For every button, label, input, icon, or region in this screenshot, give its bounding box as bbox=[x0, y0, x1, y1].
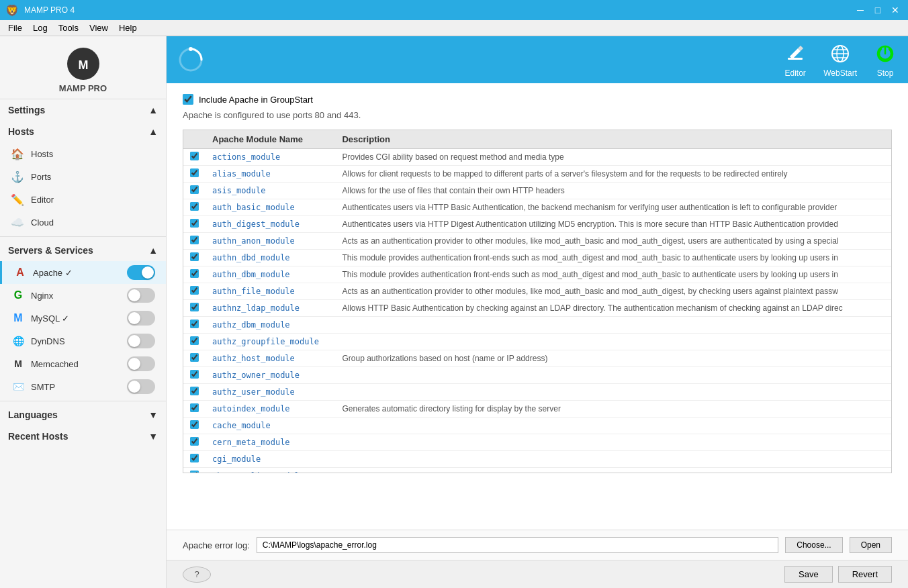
sidebar-recent-hosts-section[interactable]: Recent Hosts ▼ bbox=[0, 426, 166, 447]
error-log-input[interactable] bbox=[257, 537, 779, 553]
pen-icon bbox=[786, 44, 805, 63]
memcached-toggle[interactable] bbox=[127, 356, 155, 371]
minimize-button[interactable]: ─ bbox=[853, 3, 868, 17]
stop-toolbar-label: Stop bbox=[877, 68, 894, 78]
module-name-cell: authn_anon_module bbox=[206, 233, 335, 250]
sidebar-item-apache[interactable]: A Apache ✓ bbox=[0, 261, 166, 284]
webstart-button[interactable]: WebStart bbox=[823, 42, 857, 78]
module-checkbox[interactable] bbox=[190, 387, 199, 395]
sidebar-logo: M MAMP PRO bbox=[0, 36, 166, 99]
sidebar-languages-section[interactable]: Languages ▼ bbox=[0, 404, 166, 426]
module-checkbox[interactable] bbox=[190, 219, 199, 228]
maximize-button[interactable]: □ bbox=[870, 3, 885, 17]
dyndns-toggle[interactable] bbox=[127, 334, 155, 348]
sidebar-item-ports[interactable]: ⚓ Ports bbox=[0, 165, 166, 188]
module-checkbox[interactable] bbox=[190, 353, 199, 362]
smtp-toggle[interactable] bbox=[127, 379, 155, 394]
sidebar-item-cloud[interactable]: ☁️ Cloud bbox=[0, 211, 166, 234]
module-desc-cell: This module provides authentication fron… bbox=[335, 266, 891, 283]
module-desc-cell bbox=[335, 384, 891, 401]
sidebar-item-editor[interactable]: ✏️ Editor bbox=[0, 188, 166, 211]
module-name-cell: auth_digest_module bbox=[206, 216, 335, 233]
module-checkbox[interactable] bbox=[190, 202, 199, 211]
smtp-icon: ✉️ bbox=[11, 379, 26, 394]
module-checkbox[interactable] bbox=[190, 286, 199, 295]
sidebar-item-memcached[interactable]: M Memcached bbox=[0, 352, 166, 375]
menu-tools[interactable]: Tools bbox=[53, 21, 84, 34]
dyndns-icon: 🌐 bbox=[11, 334, 26, 348]
module-checkbox[interactable] bbox=[190, 370, 199, 379]
module-table-scroll[interactable]: Apache Module Name Description actions_m… bbox=[183, 130, 891, 473]
module-checkbox[interactable] bbox=[190, 420, 199, 429]
module-checkbox[interactable] bbox=[190, 269, 199, 278]
stop-button[interactable]: Stop bbox=[873, 42, 897, 78]
main-container: M MAMP PRO Settings ▲ Hosts ▲ 🏠 Hosts ⚓ … bbox=[0, 36, 908, 588]
editor-toolbar-label: Editor bbox=[785, 68, 806, 78]
sidebar-servers-section[interactable]: Servers & Services ▲ bbox=[0, 240, 166, 261]
app-icon: 🦁 bbox=[5, 4, 19, 17]
choose-button[interactable]: Choose... bbox=[785, 537, 842, 553]
help-button[interactable]: ? bbox=[183, 567, 211, 583]
module-checkbox[interactable] bbox=[190, 320, 199, 328]
module-checkbox-cell bbox=[183, 434, 206, 451]
module-checkbox[interactable] bbox=[190, 185, 199, 194]
power-icon bbox=[876, 44, 895, 63]
module-checkbox[interactable] bbox=[190, 403, 199, 412]
mysql-toggle[interactable] bbox=[127, 311, 155, 326]
module-desc-cell: Acts as an authentication provider to ot… bbox=[335, 233, 891, 250]
module-checkbox[interactable] bbox=[190, 152, 199, 160]
apache-toggle[interactable] bbox=[127, 265, 155, 280]
module-checkbox[interactable] bbox=[190, 336, 199, 345]
module-table-container: Apache Module Name Description actions_m… bbox=[183, 130, 892, 473]
table-row: authz_dbm_module bbox=[183, 317, 891, 334]
module-desc-cell: Authenticates users via HTTP Digest Auth… bbox=[335, 216, 891, 233]
module-name-cell: authnz_ldap_module bbox=[206, 300, 335, 317]
table-row: authz_owner_module bbox=[183, 367, 891, 384]
module-desc-cell bbox=[335, 334, 891, 350]
module-checkbox-cell bbox=[183, 199, 206, 216]
nginx-icon: G bbox=[11, 288, 26, 303]
sidebar-item-hosts[interactable]: 🏠 Hosts bbox=[0, 142, 166, 165]
menu-help[interactable]: Help bbox=[114, 21, 142, 34]
port-info: Apache is configured to use ports 80 and… bbox=[183, 110, 892, 120]
group-start-checkbox[interactable] bbox=[183, 94, 193, 105]
module-checkbox-cell bbox=[183, 334, 206, 350]
sidebar-item-dyndns[interactable]: 🌐 DynDNS bbox=[0, 330, 166, 352]
sidebar-item-nginx[interactable]: G Nginx bbox=[0, 284, 166, 307]
module-checkbox-cell bbox=[183, 233, 206, 250]
logo-text: MAMP PRO bbox=[59, 83, 107, 93]
module-checkbox[interactable] bbox=[190, 236, 199, 244]
module-checkbox[interactable] bbox=[190, 454, 199, 462]
sidebar-item-smtp[interactable]: ✉️ SMTP bbox=[0, 375, 166, 398]
sidebar-ports-label: Ports bbox=[31, 172, 51, 182]
menu-file[interactable]: File bbox=[3, 21, 28, 34]
editor-button[interactable]: Editor bbox=[783, 42, 807, 78]
module-name-cell: authn_file_module bbox=[206, 283, 335, 300]
module-checkbox[interactable] bbox=[190, 437, 199, 446]
nginx-toggle[interactable] bbox=[127, 288, 155, 303]
sidebar-hosts-section[interactable]: Hosts ▲ bbox=[0, 121, 166, 142]
revert-button[interactable]: Revert bbox=[838, 566, 892, 583]
smtp-label: SMTP bbox=[31, 382, 122, 392]
action-bar-left: ? bbox=[183, 567, 211, 583]
sidebar-settings[interactable]: Settings ▲ bbox=[0, 99, 166, 121]
module-desc-cell: Allows for the use of files that contain… bbox=[335, 183, 891, 199]
spinner-icon bbox=[177, 46, 204, 73]
module-checkbox[interactable] bbox=[190, 252, 199, 261]
save-button[interactable]: Save bbox=[784, 566, 833, 583]
open-button[interactable]: Open bbox=[850, 537, 892, 553]
recent-hosts-label: Recent Hosts bbox=[8, 431, 68, 442]
group-start-label: Include Apache in GroupStart bbox=[199, 95, 313, 105]
menu-log[interactable]: Log bbox=[28, 21, 53, 34]
sidebar: M MAMP PRO Settings ▲ Hosts ▲ 🏠 Hosts ⚓ … bbox=[0, 36, 167, 588]
module-desc-cell: Generates automatic directory listing fo… bbox=[335, 401, 891, 418]
menu-view[interactable]: View bbox=[84, 21, 114, 34]
settings-chevron-up-icon: ▲ bbox=[148, 105, 158, 115]
memcached-icon: M bbox=[11, 356, 26, 371]
sidebar-item-mysql[interactable]: M MySQL ✓ bbox=[0, 307, 166, 330]
module-checkbox[interactable] bbox=[190, 303, 199, 311]
close-button[interactable]: ✕ bbox=[888, 3, 903, 17]
module-checkbox[interactable] bbox=[190, 471, 199, 473]
module-checkbox[interactable] bbox=[190, 168, 199, 177]
dyndns-label: DynDNS bbox=[31, 336, 122, 346]
